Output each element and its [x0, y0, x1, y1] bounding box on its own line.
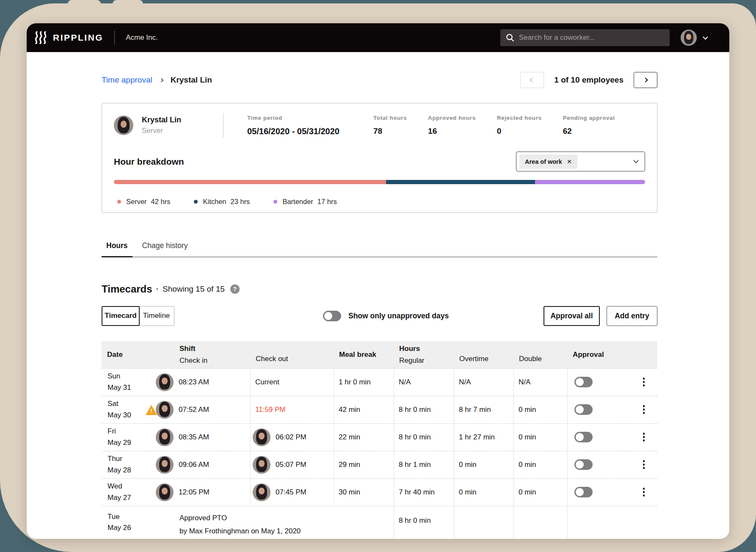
- add-entry-button[interactable]: Add entry: [607, 306, 657, 326]
- tab-hours[interactable]: Hours: [102, 241, 132, 257]
- legend-dot-icon: [117, 200, 121, 204]
- table-row: Fri May 29 08:35 AM 06:02 PM 22 min 8 hr…: [102, 423, 657, 451]
- approve-day-toggle[interactable]: [574, 404, 593, 415]
- view-switcher: Timecard Timeline: [102, 306, 174, 326]
- stat-total-hours: Total hours 78: [373, 115, 407, 136]
- approve-day-toggle[interactable]: [574, 377, 593, 387]
- col-meal-break: Meal break: [339, 349, 394, 361]
- col-date: Date: [107, 349, 155, 361]
- previous-employee-button[interactable]: [520, 72, 544, 88]
- timecard-view-button[interactable]: Timecard: [102, 306, 140, 326]
- table-row-pto: Tue May 26 Approved PTO by Max Frothingh…: [102, 506, 657, 539]
- hour-breakdown-legend: Server 42 hrs Kitchen 23 hrs Bartender 1…: [117, 198, 645, 206]
- table-row: Sun May 31 08:23 AM Current 1 hr 0 min N…: [102, 368, 657, 396]
- company-name: Acme Inc.: [126, 33, 158, 42]
- kebab-menu-icon[interactable]: [643, 433, 645, 442]
- hour-breakdown-stacked-bar: [114, 180, 645, 184]
- chevron-down-icon: [633, 158, 639, 163]
- help-icon[interactable]: ?: [230, 284, 240, 294]
- col-hours: Hours: [399, 343, 454, 355]
- table-header: Date Shift Check in Check out Meal break…: [102, 341, 657, 368]
- show-unapproved-label: Show only unapproved days: [348, 312, 449, 320]
- employee-summary-card: Krystal Lin Server Time period 05/16/202…: [102, 103, 657, 213]
- pto-title: Approved PTO: [179, 511, 301, 524]
- breadcrumb-chevron-icon: [159, 78, 163, 82]
- timecards-controls: Timecard Timeline Show only unapproved d…: [102, 306, 657, 326]
- kebab-menu-icon[interactable]: [643, 405, 645, 414]
- rippling-logo-icon: [34, 31, 49, 44]
- stat-time-period: Time period 05/16/2020 - 05/31/2020: [247, 115, 339, 136]
- employee-avatar: [156, 373, 174, 391]
- approve-day-toggle[interactable]: [574, 432, 593, 442]
- chevron-down-icon[interactable]: [703, 34, 708, 40]
- employee-avatar: [114, 116, 133, 135]
- timecards-table: Date Shift Check in Check out Meal break…: [102, 341, 657, 539]
- topbar: RIPPLING Acme Inc.: [27, 23, 729, 52]
- chevron-left-icon: [530, 77, 535, 82]
- topbar-divider: [114, 30, 115, 45]
- coworker-search[interactable]: [500, 29, 670, 46]
- employee-avatar: [253, 428, 270, 446]
- section-tabs: Hours Chage history: [102, 241, 657, 257]
- legend-item-bartender: Bartender 17 hrs: [273, 198, 337, 206]
- col-shift: Shift: [179, 343, 250, 355]
- close-icon[interactable]: ✕: [567, 158, 572, 166]
- employee-avatar: [156, 483, 174, 501]
- employee-avatar: [156, 456, 174, 474]
- bar-segment-server: [114, 180, 386, 184]
- timecards-title: Timecards: [102, 283, 152, 295]
- pto-byline: by Max Frothinghman on May 1, 2020: [179, 524, 301, 538]
- brand-name: RIPPLING: [53, 33, 103, 43]
- employee-avatar: [156, 428, 174, 446]
- breadcrumb: Time approval Krystal Lin 1 of 10 employ…: [102, 72, 657, 88]
- stat-rejected-hours: Rejected hours 0: [497, 115, 542, 136]
- stat-approved-hours: Approved hours 16: [428, 115, 476, 136]
- search-icon: [506, 33, 514, 42]
- area-of-work-chip[interactable]: Area of work ✕: [519, 155, 577, 169]
- tab-change-history[interactable]: Chage history: [138, 241, 193, 257]
- main-content: Time approval Krystal Lin 1 of 10 employ…: [27, 72, 729, 539]
- bar-segment-kitchen: [386, 180, 535, 184]
- legend-dot-icon: [194, 200, 198, 204]
- table-row: Sat May 30 ! 07:52 AM 11:59 PM 42 min 8 …: [102, 396, 657, 423]
- breadcrumb-time-approval-link[interactable]: Time approval: [102, 75, 152, 85]
- breadcrumb-current-employee: Krystal Lin: [171, 75, 212, 85]
- app-window: RIPPLING Acme Inc. Time approval: [27, 23, 729, 539]
- employee-role: Server: [142, 127, 197, 135]
- legend-dot-icon: [273, 200, 277, 204]
- col-overtime: Overtime: [459, 353, 513, 365]
- search-input[interactable]: [519, 33, 664, 42]
- approve-day-toggle[interactable]: [574, 487, 593, 497]
- col-check-in: Check in: [179, 355, 250, 367]
- chevron-right-icon: [643, 77, 648, 82]
- approval-all-button[interactable]: Approval all: [544, 306, 600, 326]
- timecards-heading: Timecards · Showing 15 of 15 ?: [102, 282, 657, 297]
- col-double: Double: [519, 353, 567, 365]
- kebab-menu-icon[interactable]: [643, 460, 645, 469]
- timecards-showing-count: Showing 15 of 15: [163, 284, 225, 294]
- employee-avatar: [253, 456, 270, 474]
- kebab-menu-icon[interactable]: [643, 488, 645, 497]
- employee-pager: 1 of 10 employees: [520, 72, 657, 88]
- table-row: Wed May 27 12:05 PM 07:45 PM 30 min 7 hr…: [102, 478, 657, 506]
- employee-avatar: [253, 483, 270, 501]
- col-check-out: Check out: [256, 353, 334, 365]
- vertical-divider: [223, 113, 223, 138]
- hour-breakdown-title: Hour breakdown: [114, 157, 184, 167]
- employee-avatar: [156, 401, 174, 419]
- col-approval: Approval: [573, 349, 657, 361]
- pager-label: 1 of 10 employees: [554, 75, 624, 85]
- col-regular: Regular: [399, 355, 454, 367]
- kebab-menu-icon[interactable]: [643, 378, 645, 386]
- area-of-work-select[interactable]: Area of work ✕: [516, 152, 645, 171]
- show-unapproved-toggle[interactable]: [323, 311, 341, 321]
- legend-item-server: Server 42 hrs: [117, 198, 170, 206]
- next-employee-button[interactable]: [634, 72, 657, 88]
- legend-item-kitchen: Kitchen 23 hrs: [194, 198, 250, 206]
- user-avatar[interactable]: [681, 30, 697, 46]
- timeline-view-button[interactable]: Timeline: [139, 306, 174, 326]
- approve-day-toggle[interactable]: [574, 459, 593, 470]
- late-check-out-time: 11:59 PM: [255, 406, 286, 414]
- employee-name: Krystal Lin: [142, 116, 197, 124]
- unapproved-filter: Show only unapproved days: [323, 311, 449, 321]
